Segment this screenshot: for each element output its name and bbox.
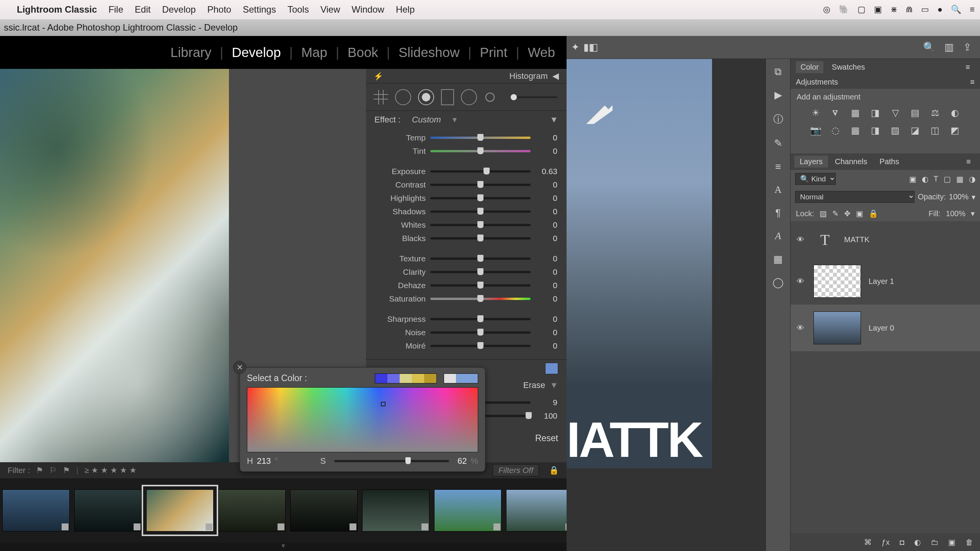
module-print[interactable]: Print (480, 45, 508, 60)
layer-row[interactable]: 👁 Layer 1 (791, 258, 980, 305)
grad-tool-icon[interactable] (441, 89, 454, 105)
brush-tool-icon[interactable] (485, 93, 495, 102)
menu-edit[interactable]: Edit (135, 4, 150, 15)
folder-icon[interactable]: 🗀 (931, 538, 938, 547)
ps-canvas[interactable]: IATTK (567, 59, 766, 551)
filter-shape-icon[interactable]: ▢ (944, 174, 951, 184)
flag-x-icon[interactable]: ⚑ (63, 466, 70, 475)
reset-button[interactable]: Reset (535, 433, 558, 443)
crop-tool-icon[interactable] (374, 90, 388, 104)
gear-icon[interactable]: ✦ (571, 41, 580, 53)
thumb[interactable] (2, 489, 70, 531)
poster-icon[interactable]: ▨ (889, 125, 902, 136)
lib-icon[interactable]: ▦ (773, 253, 783, 265)
glyph-icon[interactable]: A (775, 230, 781, 242)
thumb[interactable] (218, 489, 286, 531)
menu-help[interactable]: Help (396, 4, 415, 15)
display-icon[interactable]: ▣ (874, 5, 882, 15)
flag-off-icon[interactable]: ⚐ (49, 466, 57, 475)
balance-icon[interactable]: ⚖ (929, 108, 942, 118)
module-web[interactable]: Web (528, 45, 555, 60)
saturation-slider[interactable] (430, 298, 531, 300)
tab-layers[interactable]: Layers (794, 156, 828, 168)
text-layer[interactable]: IATTK (567, 411, 702, 468)
menu-window[interactable]: Window (352, 4, 384, 15)
brush-size-slider[interactable] (511, 96, 557, 98)
mask-icon[interactable]: ◘ (900, 538, 904, 547)
hue-icon[interactable]: ▤ (909, 108, 922, 118)
dehaze-slider[interactable] (430, 284, 531, 287)
whites-slider[interactable] (430, 224, 531, 226)
module-develop[interactable]: Develop (232, 45, 281, 60)
histogram-header[interactable]: ⚡ Histogram ◀ (366, 69, 567, 83)
selective-icon[interactable]: ◩ (949, 125, 962, 136)
erase-label[interactable]: Erase (523, 380, 545, 390)
menu-settings[interactable]: Settings (243, 4, 276, 15)
fx-icon[interactable]: ƒx (882, 538, 890, 547)
close-icon[interactable]: ✕ (233, 361, 246, 374)
preset-swatches[interactable] (375, 373, 437, 383)
filters-off[interactable]: Filters Off (493, 464, 539, 476)
blacks-slider[interactable] (430, 237, 531, 240)
flag-icon[interactable]: ⚑ (36, 466, 43, 475)
radial-tool-icon[interactable] (418, 89, 434, 105)
lookup-icon[interactable]: ▦ (849, 125, 862, 136)
app-name[interactable]: Lightroom Classic (17, 4, 97, 15)
photo-icon[interactable]: 📷 (809, 125, 822, 136)
para-icon[interactable]: ¶ (776, 207, 781, 219)
info-icon[interactable]: ⓘ (773, 112, 783, 126)
search-icon[interactable]: 🔍 (923, 41, 935, 53)
mixer-icon[interactable]: ◌ (829, 125, 842, 136)
tab-swatches[interactable]: Swatches (827, 61, 870, 73)
moire-slider[interactable] (430, 345, 531, 347)
curves-icon[interactable]: ▦ (849, 108, 862, 118)
panel-menu-icon[interactable]: ≡ (961, 156, 976, 168)
cc-icon[interactable]: ◯ (773, 277, 784, 289)
module-book[interactable]: Book (348, 45, 378, 60)
lock-all-icon[interactable]: 🔒 (869, 209, 878, 218)
highlights-slider[interactable] (430, 197, 531, 199)
thumb[interactable] (290, 489, 358, 531)
menu-view[interactable]: View (320, 4, 340, 15)
thumb-selected[interactable] (146, 489, 214, 531)
layer-row-selected[interactable]: 👁 Layer 0 (791, 305, 980, 351)
module-library[interactable]: Library (170, 45, 211, 60)
exposure-icon[interactable]: ◨ (869, 108, 882, 118)
visibility-icon[interactable]: 👁 (797, 235, 806, 244)
hamburger-icon[interactable]: ≡ (970, 5, 975, 15)
adj-icon[interactable]: ◐ (914, 538, 921, 547)
tab-adjustments[interactable]: Adjustments (796, 78, 838, 86)
thumb[interactable] (434, 489, 501, 531)
tray-icon[interactable]: ◎ (823, 5, 830, 15)
rating-filter[interactable]: ≥ ★ ★ ★ ★ ★ (85, 466, 137, 475)
tab-paths[interactable]: Paths (874, 156, 905, 168)
color-marker[interactable] (381, 402, 385, 406)
invert-icon[interactable]: ◨ (869, 125, 882, 136)
current-color-compare[interactable] (444, 373, 478, 383)
tab-color[interactable]: Color (796, 61, 823, 73)
panel-menu-icon[interactable]: ≡ (961, 61, 975, 73)
spot-tool-icon[interactable] (395, 89, 411, 105)
module-slideshow[interactable]: Slideshow (399, 45, 460, 60)
menu-file[interactable]: File (108, 4, 123, 15)
noise-slider[interactable] (430, 331, 531, 334)
gradient-icon[interactable]: ◫ (929, 125, 942, 136)
texture-slider[interactable] (430, 258, 531, 260)
opacity-value[interactable]: 100% (949, 192, 969, 201)
panel-menu-icon[interactable]: ≡ (970, 78, 975, 86)
current-color-swatch[interactable] (545, 363, 558, 374)
share-icon[interactable]: ⇪ (963, 41, 972, 53)
camera-icon[interactable]: ▮◧ (583, 41, 598, 53)
thumb[interactable] (74, 489, 142, 531)
workspace-icon[interactable]: ▥ (944, 41, 954, 53)
brush-icon[interactable]: ✎ (774, 137, 782, 149)
wifi-icon[interactable]: ⋒ (906, 5, 913, 15)
lock-art-icon[interactable]: ▣ (856, 209, 863, 218)
filter-smart-icon[interactable]: ▦ (956, 174, 964, 184)
blend-mode[interactable]: Normal (795, 191, 915, 203)
fill-value[interactable]: 100% (946, 209, 965, 218)
visibility-icon[interactable]: 👁 (797, 277, 806, 286)
bw-icon[interactable]: ◐ (949, 108, 962, 118)
lock-paint-icon[interactable]: ✎ (832, 209, 839, 218)
layer-name[interactable]: MATTK (844, 235, 869, 244)
